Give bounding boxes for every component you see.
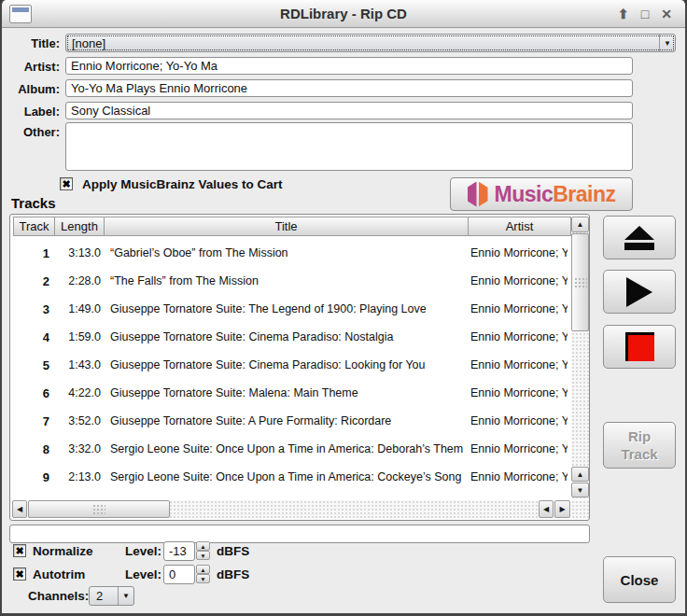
spin-down-icon[interactable]: ▼: [196, 574, 210, 583]
track-length: 2:13.0: [49, 470, 101, 483]
play-button[interactable]: [603, 270, 676, 314]
track-number: 4: [10, 330, 49, 344]
titlebar[interactable]: RDLibrary - Rip CD ⬆ □ ✕: [2, 0, 685, 28]
tracks-section-label: Tracks: [11, 195, 56, 211]
track-number: 8: [10, 442, 49, 456]
scroll-left-icon[interactable]: ◀: [12, 500, 27, 518]
scroll-right-icon[interactable]: ▶: [554, 500, 570, 518]
table-row[interactable]: 1 3:13.0 “Gabriel’s Oboe” from The Missi…: [10, 239, 570, 267]
scroll-left-icon[interactable]: ◀: [539, 500, 554, 518]
autotrim-label: Autotrim: [33, 567, 85, 581]
track-length: 2:28.0: [49, 274, 101, 287]
column-header-title[interactable]: Title: [104, 217, 469, 236]
column-header-artist[interactable]: Artist: [468, 217, 571, 236]
apply-musicbrainz-checkbox[interactable]: ✖: [60, 177, 73, 190]
autotrim-level-spinner[interactable]: [163, 565, 195, 584]
autotrim-checkbox[interactable]: ✖: [13, 567, 26, 581]
track-artist: Ennio Morricone; Yo-Yo Ma: [470, 442, 568, 455]
track-title: “Gabriel’s Oboe” from The Mission: [110, 246, 463, 259]
track-length: 3:52.0: [49, 414, 101, 427]
scroll-up-icon[interactable]: ▲: [571, 217, 589, 232]
other-field[interactable]: [65, 122, 633, 171]
rip-cd-window: RDLibrary - Rip CD ⬆ □ ✕ Title: [none] ▼…: [0, 0, 687, 616]
spin-down-icon[interactable]: ▼: [196, 551, 210, 560]
normalize-checkbox[interactable]: ✖: [13, 544, 26, 557]
channels-combobox[interactable]: 2 ▼: [89, 586, 134, 606]
album-label: Album:: [6, 82, 60, 96]
track-title: Sergio Leone Suite: Once Upon a Time in …: [110, 470, 463, 483]
track-artist: Ennio Morricone; Yo-Yo Ma: [470, 470, 568, 483]
tracks-table: Track Length Title Artist 1 3:13.0 “Gabr…: [9, 214, 590, 521]
titlebar-buttons: ⬆ □ ✕: [610, 0, 680, 28]
normalize-level-spinner[interactable]: [163, 541, 195, 561]
title-label: Title:: [6, 36, 60, 50]
musicbrainz-button[interactable]: MusicBrainz: [450, 177, 633, 211]
track-artist: Ennio Morricone; Yo-Yo Ma: [470, 302, 568, 315]
table-row[interactable]: 8 3:32.0 Sergio Leone Suite: Once Upon a…: [10, 435, 570, 463]
eject-button[interactable]: [603, 216, 676, 259]
rip-track-label-line2: Track: [621, 445, 657, 463]
stop-icon: [625, 332, 654, 361]
chevron-down-icon[interactable]: ▼: [118, 587, 133, 605]
eject-icon: [624, 226, 654, 250]
track-title: Giuseppe Tornatore Suite: The Legend of …: [110, 302, 463, 315]
normalize-label: Normalize: [33, 544, 93, 558]
column-header-track[interactable]: Track: [13, 217, 55, 236]
autotrim-level-spin-buttons: ▲ ▼: [196, 565, 210, 583]
other-label: Other:: [6, 125, 60, 139]
table-row[interactable]: 2 2:28.0 “The Falls” from The Mission En…: [10, 267, 570, 295]
artist-field[interactable]: [65, 57, 633, 75]
track-length: 3:13.0: [49, 246, 101, 259]
track-title: “The Falls” from The Mission: [110, 274, 463, 287]
close-icon[interactable]: ✕: [661, 7, 672, 21]
scroll-down-icon[interactable]: ▼: [571, 483, 589, 497]
column-header-length[interactable]: Length: [54, 217, 105, 236]
checkmark-icon: ✖: [15, 546, 23, 556]
title-combobox[interactable]: [none] ▼: [65, 34, 676, 52]
table-row[interactable]: 6 4:22.0 Giuseppe Tornatore Suite: Malen…: [10, 379, 570, 407]
album-field[interactable]: [65, 79, 633, 97]
spin-up-icon[interactable]: ▲: [196, 565, 210, 574]
title-combobox-value: [none]: [72, 36, 105, 50]
close-button[interactable]: Close: [603, 556, 676, 603]
label-label: Label:: [6, 105, 60, 119]
musicbrainz-logo-icon: [468, 182, 488, 207]
table-row[interactable]: 4 1:59.0 Giuseppe Tornatore Suite: Cinem…: [10, 323, 570, 351]
horizontal-scrollbar-thumb[interactable]: [28, 500, 170, 518]
musicbrainz-wordmark: MusicBrainz: [495, 182, 616, 207]
track-title: Giuseppe Tornatore Suite: Cinema Paradis…: [110, 358, 463, 371]
normalize-level-label: Level:: [125, 544, 161, 558]
track-number: 5: [10, 358, 49, 372]
spin-up-icon[interactable]: ▲: [196, 541, 210, 551]
table-row[interactable]: 5 1:43.0 Giuseppe Tornatore Suite: Cinem…: [10, 351, 570, 379]
shade-icon[interactable]: ⬆: [618, 7, 629, 21]
table-row[interactable]: 3 1:49.0 Giuseppe Tornatore Suite: The L…: [10, 295, 570, 323]
checkmark-icon: ✖: [62, 179, 70, 189]
vertical-scrollbar-thumb[interactable]: [571, 233, 589, 331]
rip-track-label-line1: Rip: [628, 427, 651, 445]
track-artist: Ennio Morricone; Yo-Yo Ma: [470, 274, 568, 287]
track-title: Sergio Leone Suite: Once Upon a Time in …: [110, 442, 463, 455]
maximize-icon[interactable]: □: [641, 7, 649, 21]
label-field[interactable]: [65, 102, 633, 119]
chevron-down-icon[interactable]: ▼: [659, 35, 675, 51]
play-icon: [626, 277, 652, 307]
scroll-up-icon[interactable]: ▲: [571, 467, 589, 482]
track-number: 1: [10, 246, 49, 260]
checkmark-icon: ✖: [15, 569, 23, 580]
stop-button[interactable]: [603, 325, 676, 369]
table-row[interactable]: 9 2:13.0 Sergio Leone Suite: Once Upon a…: [10, 463, 570, 491]
channels-combobox-value: 2: [96, 589, 103, 603]
track-length: 3:32.0: [49, 442, 101, 455]
track-number: 6: [10, 386, 49, 400]
track-length: 4:22.0: [49, 386, 101, 399]
track-length: 1:49.0: [49, 302, 101, 315]
rip-track-button[interactable]: Rip Track: [603, 422, 676, 469]
track-artist: Ennio Morricone; Yo-Yo Ma: [470, 358, 568, 371]
table-row[interactable]: 7 3:52.0 Giuseppe Tornatore Suite: A Pur…: [10, 407, 570, 435]
track-artist: Ennio Morricone; Yo-Yo Ma: [470, 330, 568, 343]
close-button-label: Close: [621, 572, 659, 588]
track-artist: Ennio Morricone; Yo-Yo Ma: [470, 246, 568, 259]
track-title: Giuseppe Tornatore Suite: Malena: Main T…: [110, 386, 463, 399]
autotrim-unit-label: dBFS: [217, 567, 249, 581]
